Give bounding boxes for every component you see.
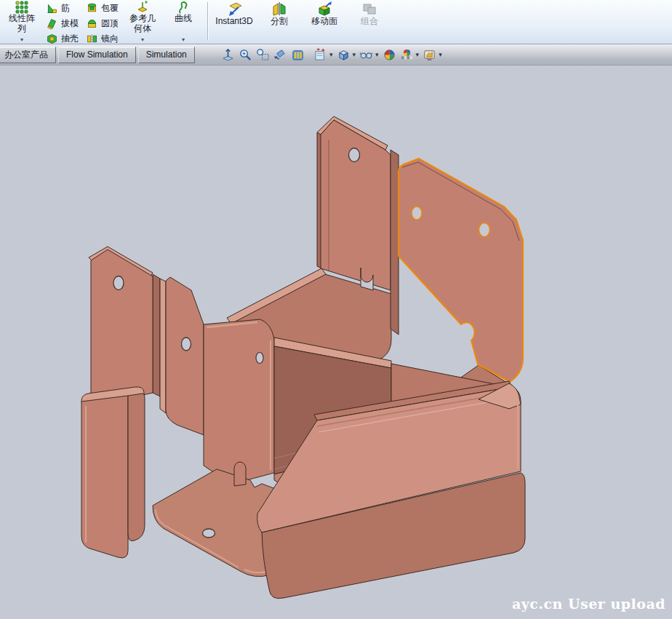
tab-simulation[interactable]: Simulation: [138, 47, 195, 63]
linear-pattern-icon: [15, 1, 29, 14]
view-orientation-caret[interactable]: ▾: [329, 51, 333, 58]
watermark: ayc.cn User upload: [512, 596, 665, 612]
toolbar-button-draft[interactable]: 拔模: [42, 16, 82, 31]
view-settings-caret[interactable]: ▾: [439, 51, 442, 58]
tab-office-products[interactable]: 办公室产品: [0, 47, 56, 63]
toolbar-label: 线性阵列: [8, 14, 35, 34]
reference-geometry-icon: [135, 1, 150, 14]
hole-selected-1: [412, 207, 422, 220]
toolbar-button-move-face[interactable]: 移动面: [302, 0, 347, 35]
hide-show-items-caret[interactable]: ▾: [375, 51, 379, 58]
view-orientation-icon[interactable]: [313, 47, 328, 63]
toolbar-button-combine: 组合: [347, 0, 392, 35]
hide-show-items-icon[interactable]: [359, 47, 374, 63]
apply-scene-icon[interactable]: [399, 47, 415, 63]
toolbar-button-reference-geometry[interactable]: 参考几何体 ▾: [122, 0, 163, 44]
mirror-icon: [86, 33, 98, 45]
zoom-to-area-icon[interactable]: [255, 47, 271, 63]
dropdown-caret[interactable]: ▾: [20, 37, 23, 43]
split-icon: [271, 1, 288, 17]
view-settings-icon[interactable]: [422, 47, 437, 63]
move-face-icon: [316, 1, 333, 17]
selected-face[interactable]: [399, 159, 523, 382]
zoom-in-out-icon[interactable]: [238, 47, 253, 63]
section-view-icon[interactable]: [290, 47, 305, 63]
viewport-3d[interactable]: ayc.cn User upload: [0, 65, 672, 619]
toolbar-separator: [207, 2, 208, 40]
features-toolbar: 线性阵列 ▾ 筋 拔模: [0, 0, 672, 44]
heads-up-view-toolbar: ▾ ▾ ▾: [220, 47, 443, 63]
dropdown-caret[interactable]: ▾: [141, 37, 144, 43]
display-style-icon[interactable]: [336, 47, 351, 63]
rib-icon: [46, 2, 58, 15]
display-style-caret[interactable]: ▾: [353, 51, 356, 58]
instant3d-icon: [225, 1, 243, 17]
toolbar-button-split[interactable]: 分割: [257, 0, 302, 35]
hole-second-plate: [182, 338, 191, 351]
hole-selected-2: [479, 223, 490, 237]
hole-left-plate: [113, 276, 124, 290]
toolbar-button-linear-pattern[interactable]: 线性阵列 ▾: [1, 0, 42, 44]
previous-view-icon[interactable]: [273, 47, 288, 63]
toolbar-button-dome[interactable]: 圆顶: [82, 16, 122, 31]
toolbar-column-1: 筋 拔模 抽壳: [42, 0, 82, 47]
toolbar-column-2: 包覆 圆顶 镜向: [82, 0, 122, 47]
draft-icon: [46, 17, 58, 30]
sheet-metal-part: [81, 116, 525, 599]
hole-floor: [203, 529, 215, 538]
curves-icon: [176, 1, 191, 14]
shell-icon: [46, 33, 58, 45]
hole-rear-plate: [349, 148, 360, 162]
tab-flow-simulation[interactable]: Flow Simulation: [58, 47, 136, 63]
combine-icon: [361, 1, 378, 17]
wrap-icon: [86, 2, 98, 15]
toolbar-button-instant3d[interactable]: Instant3D: [212, 0, 257, 35]
dome-icon: [86, 17, 98, 30]
apply-scene-caret[interactable]: ▾: [416, 51, 420, 58]
edit-appearance-icon[interactable]: [382, 47, 397, 63]
tab-strip: 办公室产品 Flow Simulation Simulation: [0, 44, 672, 65]
toolbar-button-rib[interactable]: 筋: [42, 1, 82, 16]
sheet-metal-model[interactable]: [0, 65, 672, 619]
toolbar-button-wrap[interactable]: 包覆: [82, 1, 122, 16]
toolbar-button-curves[interactable]: 曲线 ▾: [163, 0, 204, 44]
hole-wall: [256, 353, 263, 364]
dropdown-caret[interactable]: ▾: [182, 37, 185, 43]
zoom-to-fit-icon[interactable]: [220, 47, 236, 63]
